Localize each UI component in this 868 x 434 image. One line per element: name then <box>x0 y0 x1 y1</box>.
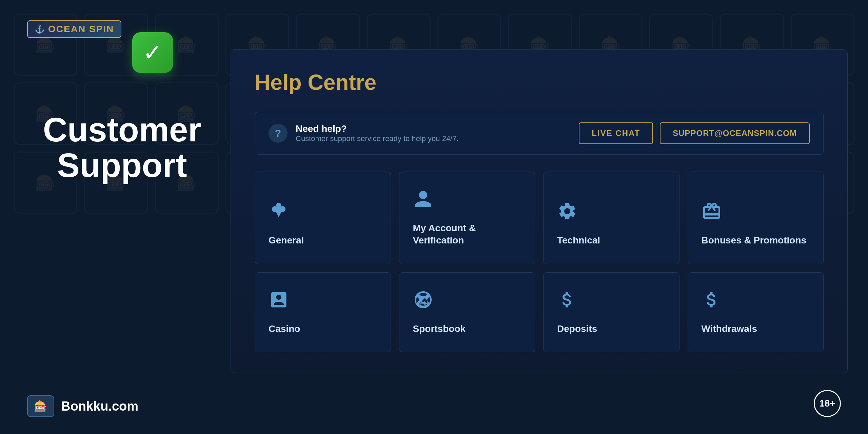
category-grid: General My Account & Verification Techni… <box>255 172 824 352</box>
need-help-text: Need help? Customer support service read… <box>296 123 459 143</box>
category-sportsbook[interactable]: Sportsbook <box>399 272 535 352</box>
age-badge: 18+ <box>814 390 841 417</box>
category-casino[interactable]: Casino <box>255 272 391 352</box>
category-general[interactable]: General <box>255 172 391 264</box>
gift-icon <box>702 201 722 226</box>
logo-area: ⚓ OCEAN SPIN <box>27 20 121 38</box>
checkmark-box: ✓ <box>132 32 173 73</box>
anchor-icon: ⚓ <box>35 24 45 34</box>
general-label: General <box>269 234 304 246</box>
category-bonuses[interactable]: Bonuses & Promotions <box>688 172 824 264</box>
gear-icon <box>557 201 577 226</box>
need-help-bar: ? Need help? Customer support service re… <box>255 112 824 155</box>
need-help-buttons: LIVE CHAT SUPPORT@OCEANSPIN.COM <box>579 122 810 144</box>
checkmark-icon: ✓ <box>143 39 163 66</box>
hero-text: CustomerSupport <box>27 112 217 183</box>
question-icon: ? <box>269 124 288 143</box>
clover-icon <box>269 201 289 226</box>
withdrawals-label: Withdrawals <box>702 323 757 335</box>
bonkku-icon: 🎰 <box>27 395 54 417</box>
footer-right: 18+ <box>814 390 841 417</box>
hero-title: CustomerSupport <box>27 112 217 183</box>
sports-icon <box>413 290 433 315</box>
person-icon <box>413 189 433 214</box>
logo-badge: ⚓ OCEAN SPIN <box>27 20 121 38</box>
live-chat-button[interactable]: LIVE CHAT <box>579 122 653 144</box>
category-withdrawals[interactable]: Withdrawals <box>688 272 824 352</box>
bonuses-label: Bonuses & Promotions <box>702 234 807 246</box>
need-help-subtitle: Customer support service ready to help y… <box>296 134 459 143</box>
deposits-icon <box>557 290 577 315</box>
casino-icon <box>269 290 289 315</box>
casino-label: Casino <box>269 323 300 335</box>
need-help-left: ? Need help? Customer support service re… <box>269 123 459 143</box>
category-my-account[interactable]: My Account & Verification <box>399 172 535 264</box>
category-deposits[interactable]: Deposits <box>543 272 679 352</box>
withdrawals-icon <box>702 290 722 315</box>
help-centre-title: Help Centre <box>255 70 824 95</box>
help-centre-panel: Help Centre ? Need help? Customer suppor… <box>231 49 848 373</box>
deposits-label: Deposits <box>557 323 597 335</box>
category-technical[interactable]: Technical <box>543 172 679 264</box>
footer-left: 🎰 Bonkku.com <box>27 395 138 417</box>
technical-label: Technical <box>557 234 600 246</box>
logo-text: OCEAN SPIN <box>48 24 114 35</box>
need-help-title: Need help? <box>296 123 459 134</box>
email-button[interactable]: SUPPORT@OCEANSPIN.COM <box>660 122 810 144</box>
checkmark-area: ✓ <box>132 32 173 73</box>
my-account-label: My Account & Verification <box>413 222 521 247</box>
sportsbook-label: Sportsbook <box>413 323 466 335</box>
bonkku-text: Bonkku.com <box>61 399 138 414</box>
